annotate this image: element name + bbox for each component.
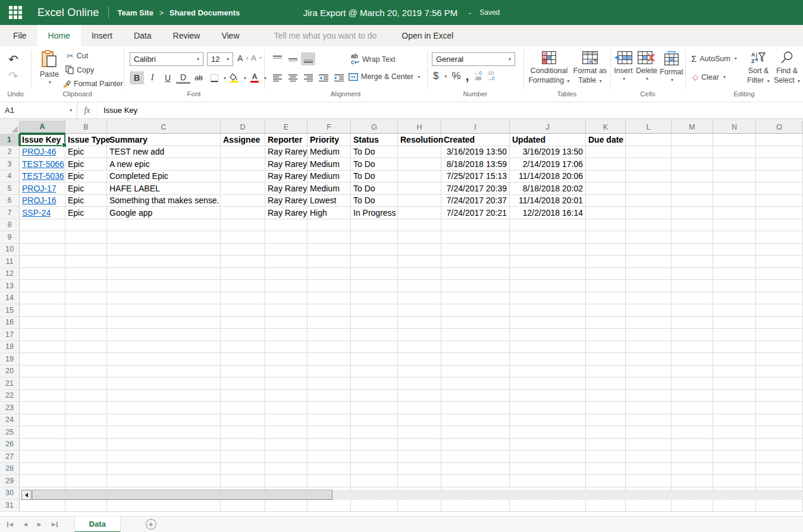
fill-color-button[interactable] <box>227 71 241 84</box>
cell-E2[interactable]: Ray Rarey <box>265 146 308 159</box>
cell-M5[interactable] <box>672 182 713 195</box>
cell-M16[interactable] <box>672 317 713 329</box>
cell-A6[interactable]: PROJ-16 <box>20 195 65 207</box>
cell-D5[interactable] <box>221 182 265 195</box>
cell-B15[interactable] <box>65 304 107 317</box>
cell-L15[interactable] <box>626 304 672 317</box>
cell-E6[interactable]: Ray Rarey <box>265 195 308 207</box>
cell-D9[interactable] <box>221 231 265 244</box>
cell-F17[interactable] <box>308 329 351 341</box>
cell-L20[interactable] <box>626 366 672 378</box>
column-header-B[interactable]: B <box>65 121 107 134</box>
cell-L27[interactable] <box>626 451 672 463</box>
cell-C3[interactable]: A new epic <box>107 158 221 171</box>
cell-C5[interactable]: HAFE LABEL <box>107 182 221 195</box>
cell-M1[interactable] <box>672 134 713 146</box>
align-top-button[interactable] <box>270 52 284 65</box>
cell-N21[interactable] <box>713 377 756 390</box>
strikethrough-button[interactable]: ab <box>192 71 206 84</box>
cell-D26[interactable] <box>221 439 265 451</box>
cell-A25[interactable] <box>20 426 65 439</box>
cell-M17[interactable] <box>672 329 713 341</box>
cell-I29[interactable] <box>441 475 510 487</box>
cell-O2[interactable] <box>756 146 803 159</box>
cell-I1[interactable]: Created <box>441 134 510 146</box>
row-header-30[interactable]: 30 <box>0 487 20 500</box>
cell-K1[interactable]: Due date <box>586 134 626 146</box>
insert-cells-chevron[interactable]: ▾ <box>623 76 625 82</box>
breadcrumb-folder[interactable]: Shared Documents <box>170 8 240 17</box>
fill-color-chevron[interactable]: ▾ <box>244 75 246 81</box>
row-header-5[interactable]: 5 <box>0 182 20 195</box>
cell-C2[interactable]: TEST new add <box>107 146 221 159</box>
cell-B1[interactable]: Issue Type <box>65 134 107 146</box>
cell-K16[interactable] <box>586 317 626 329</box>
cell-C14[interactable] <box>107 292 221 305</box>
cell-G16[interactable] <box>351 317 398 329</box>
cell-L23[interactable] <box>626 402 672 414</box>
cell-C16[interactable] <box>107 317 221 329</box>
cell-F23[interactable] <box>308 402 351 414</box>
cell-N4[interactable] <box>713 171 756 183</box>
cell-J15[interactable] <box>510 304 586 317</box>
cell-A17[interactable] <box>20 329 65 341</box>
cell-E13[interactable] <box>265 280 308 292</box>
document-title[interactable]: Jira Export @ March 20, 2019 7:56 PM <box>303 8 458 18</box>
cell-K23[interactable] <box>586 402 626 414</box>
cell-L31[interactable] <box>626 499 672 512</box>
cell-H29[interactable] <box>398 475 441 487</box>
cell-G28[interactable] <box>351 463 398 476</box>
cell-G18[interactable] <box>351 341 398 354</box>
cell-F14[interactable] <box>308 292 351 305</box>
cell-B7[interactable]: Epic <box>65 207 107 219</box>
cell-M13[interactable] <box>672 280 713 292</box>
cell-B13[interactable] <box>65 280 107 292</box>
cell-B6[interactable]: Epic <box>65 195 107 207</box>
cell-B25[interactable] <box>65 426 107 439</box>
cell-G21[interactable] <box>351 377 398 390</box>
cell-N16[interactable] <box>713 317 756 329</box>
cell-I16[interactable] <box>441 317 510 329</box>
insert-cells-button[interactable]: Insert ▾ <box>613 51 634 82</box>
cell-I3[interactable]: 8/18/2018 13:59 <box>441 158 510 171</box>
cell-G13[interactable] <box>351 280 398 292</box>
cell-H9[interactable] <box>398 231 441 244</box>
last-sheet-button[interactable]: ▶ <box>52 521 58 527</box>
borders-chevron[interactable]: ▾ <box>224 75 226 81</box>
cell-D18[interactable] <box>221 341 265 354</box>
cell-F18[interactable] <box>308 341 351 354</box>
cell-N26[interactable] <box>713 439 756 451</box>
cell-M11[interactable] <box>672 256 713 268</box>
cell-H8[interactable] <box>398 219 441 232</box>
row-header-12[interactable]: 12 <box>0 268 20 281</box>
column-header-O[interactable]: O <box>756 121 803 134</box>
cell-I23[interactable] <box>441 402 510 414</box>
row-header-11[interactable]: 11 <box>0 256 20 268</box>
cell-D13[interactable] <box>221 280 265 292</box>
cell-H10[interactable] <box>398 244 441 256</box>
cell-F12[interactable] <box>308 268 351 281</box>
cell-N13[interactable] <box>713 280 756 292</box>
cell-G12[interactable] <box>351 268 398 281</box>
cell-K21[interactable] <box>586 377 626 390</box>
cell-J18[interactable] <box>510 341 586 354</box>
cell-N12[interactable] <box>713 268 756 281</box>
cell-O31[interactable] <box>756 499 803 512</box>
prev-sheet-button[interactable]: ◀ <box>23 521 27 527</box>
merge-center-button[interactable]: Merge & Center ▾ <box>349 73 420 81</box>
cell-O18[interactable] <box>756 341 803 354</box>
cell-I10[interactable] <box>441 244 510 256</box>
cell-L21[interactable] <box>626 377 672 390</box>
cell-M10[interactable] <box>672 244 713 256</box>
cell-I2[interactable]: 3/16/2019 13:50 <box>441 146 510 159</box>
cell-K12[interactable] <box>586 268 626 281</box>
cell-I4[interactable]: 7/25/2017 15:13 <box>441 171 510 183</box>
cell-L8[interactable] <box>626 219 672 232</box>
cell-O28[interactable] <box>756 463 803 476</box>
cell-C13[interactable] <box>107 280 221 292</box>
cell-D12[interactable] <box>221 268 265 281</box>
cell-E12[interactable] <box>265 268 308 281</box>
scrollbar-thumb[interactable] <box>32 490 333 500</box>
cell-N19[interactable] <box>713 353 756 366</box>
cell-B14[interactable] <box>65 292 107 305</box>
